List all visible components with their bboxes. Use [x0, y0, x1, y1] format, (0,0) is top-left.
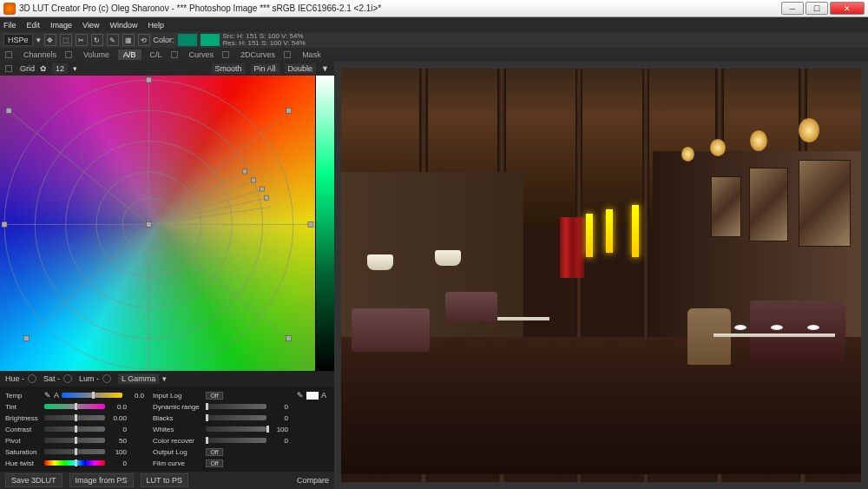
svg-rect-27: [242, 169, 247, 174]
image-preview[interactable]: [341, 69, 861, 482]
tab-channels[interactable]: Channels: [18, 50, 62, 60]
close-button[interactable]: ✕: [830, 2, 865, 15]
param-temp-value: 0.0: [125, 392, 144, 400]
compare-button[interactable]: Compare: [297, 476, 329, 485]
param-brightness-label: Brightness: [5, 414, 42, 422]
reset-tool-icon[interactable]: ⟲: [138, 34, 150, 46]
param-slider[interactable]: [206, 438, 266, 443]
svg-rect-28: [251, 178, 255, 182]
param-contrast-slider[interactable]: [44, 426, 105, 432]
param-slider[interactable]: [206, 404, 266, 409]
svg-line-14: [148, 181, 253, 224]
param-saturation-slider[interactable]: [44, 449, 105, 454]
menu-view[interactable]: View: [82, 21, 99, 30]
parameters-panel: Temp✎A0.0Tint0.0Brightness0.00Contrast0P…: [0, 387, 334, 472]
menu-image[interactable]: Image: [50, 21, 72, 30]
param-hue twist-value: 0: [108, 459, 127, 467]
move-tool-icon[interactable]: ✥: [44, 34, 56, 46]
param-toggle[interactable]: Off: [206, 459, 223, 467]
app-icon: [3, 3, 16, 15]
param-whites-label: Whites: [153, 426, 203, 433]
param-film-curve-label: Film curve: [153, 459, 203, 467]
param-hue twist-slider[interactable]: [44, 460, 105, 466]
param-contrast-value: 0: [108, 426, 127, 433]
curves2d-checkbox[interactable]: [222, 51, 229, 58]
tab-mask[interactable]: Mask: [297, 50, 326, 60]
window-title: 3D LUT Creator Pro (c) Oleg Sharonov - *…: [19, 3, 781, 13]
select-tool-icon[interactable]: ⬚: [60, 34, 72, 46]
svg-rect-22: [308, 221, 313, 227]
param-toggle[interactable]: Off: [206, 448, 223, 456]
lum-label: Lum -: [79, 374, 99, 383]
white-swatch[interactable]: [306, 392, 319, 400]
tab-ab[interactable]: A/B: [118, 50, 141, 60]
tab-cl[interactable]: C/L: [145, 50, 168, 60]
param-brightness-value: 0.00: [108, 414, 127, 422]
color-label: Color:: [154, 36, 174, 44]
a-label: A: [321, 391, 326, 400]
mesh-overlay[interactable]: [0, 76, 315, 371]
luminance-bar[interactable]: [315, 76, 334, 371]
grid-tool-icon[interactable]: ▦: [122, 34, 135, 46]
grid-size[interactable]: 12: [52, 63, 68, 74]
tab-2dcurves[interactable]: 2DCurves: [235, 50, 280, 60]
param-slider[interactable]: [206, 415, 266, 420]
grid-dropdown-icon[interactable]: ▾: [73, 64, 77, 73]
preview-panel: [334, 62, 868, 489]
svg-rect-23: [286, 335, 292, 340]
gear-icon[interactable]: ✿: [40, 64, 47, 73]
lgamma-dropdown-icon[interactable]: ▾: [162, 374, 167, 383]
maximize-button[interactable]: ☐: [806, 2, 828, 15]
hue-reset-icon[interactable]: [28, 374, 36, 383]
rotate-tool-icon[interactable]: ↻: [91, 34, 103, 46]
sat-label: Sat -: [43, 374, 60, 383]
sat-reset-icon[interactable]: [63, 374, 72, 383]
image-from-ps-button[interactable]: Image from PS: [69, 473, 134, 487]
save-3dlut-button[interactable]: Save 3DLUT: [5, 473, 62, 487]
menu-window[interactable]: Window: [109, 21, 137, 30]
color-wheel[interactable]: [0, 76, 315, 371]
param-contrast-label: Contrast: [5, 426, 42, 433]
param-tint-slider[interactable]: [44, 404, 105, 409]
left-panel: Grid ✿ 12 ▾ Smooth Pin All Double ▼: [0, 62, 334, 489]
lut-to-ps-button[interactable]: LUT to PS: [141, 473, 188, 487]
lum-reset-icon[interactable]: [102, 374, 111, 383]
menu-file[interactable]: File: [3, 21, 16, 30]
menu-edit[interactable]: Edit: [27, 21, 41, 30]
color-swatch-2[interactable]: [201, 34, 220, 46]
color-grid-area[interactable]: ☾: [0, 76, 334, 371]
pinall-button[interactable]: Pin All: [251, 63, 279, 74]
svg-rect-20: [146, 77, 151, 83]
hsl-controls: Hue - Sat - Lum - L Gamma▾: [0, 371, 334, 387]
grid-toolbar: Grid ✿ 12 ▾ Smooth Pin All Double ▼: [0, 62, 334, 76]
double-button[interactable]: Double: [285, 63, 317, 74]
volume-checkbox[interactable]: [65, 51, 72, 58]
grid-checkbox[interactable]: [5, 65, 12, 72]
tab-curves[interactable]: Curves: [184, 50, 220, 60]
param-saturation-label: Saturation: [5, 448, 42, 456]
dropdown-icon[interactable]: ▾: [36, 36, 41, 44]
color-swatch-1[interactable]: [178, 34, 197, 46]
tab-volume[interactable]: Volume: [78, 50, 115, 60]
menu-help[interactable]: Help: [148, 21, 164, 30]
moon-icon[interactable]: ☾: [302, 355, 312, 367]
crop-tool-icon[interactable]: ✂: [76, 34, 88, 46]
param-slider[interactable]: [206, 426, 266, 432]
mode-select[interactable]: HSPe: [3, 34, 33, 46]
param-pivot-slider[interactable]: [44, 438, 105, 443]
eyedrop-tool-icon[interactable]: ✎: [107, 34, 119, 46]
curves-checkbox[interactable]: [171, 51, 178, 58]
param-toggle[interactable]: Off: [206, 392, 223, 400]
pin-icon[interactable]: ✎: [297, 391, 304, 400]
lgamma-select[interactable]: L Gamma: [118, 373, 159, 384]
options-dropdown-icon[interactable]: ▼: [321, 64, 329, 73]
minimize-button[interactable]: ─: [781, 2, 804, 15]
mask-checkbox[interactable]: [284, 51, 291, 58]
channels-checkbox[interactable]: [5, 51, 12, 58]
svg-line-13: [148, 172, 245, 225]
pin-icon[interactable]: ✎: [44, 391, 51, 400]
smooth-button[interactable]: Smooth: [212, 63, 246, 74]
param-tint-label: Tint: [5, 403, 42, 411]
param-temp-slider[interactable]: [62, 393, 122, 398]
param-brightness-slider[interactable]: [44, 415, 105, 420]
